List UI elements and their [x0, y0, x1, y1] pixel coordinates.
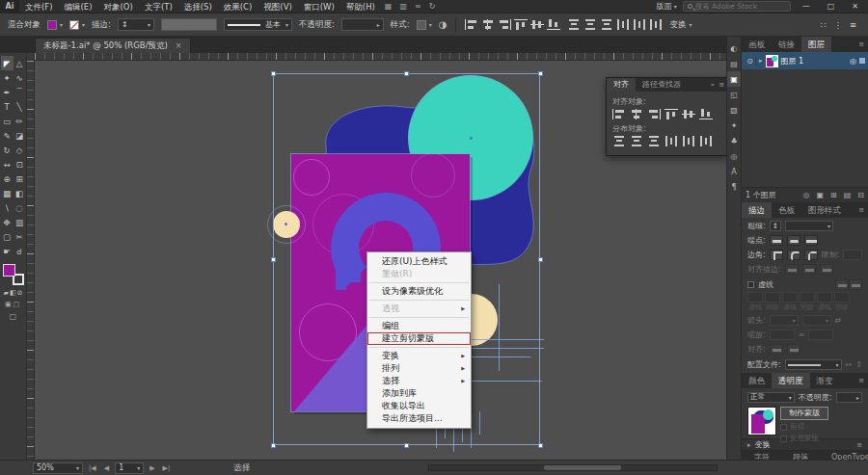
align-vertical-top-icon[interactable] [514, 19, 528, 30]
minimize-button[interactable]: — [797, 2, 816, 11]
brushes-panel-icon[interactable]: ♣ [727, 133, 742, 148]
distribute-bottom-icon[interactable] [600, 19, 613, 30]
distribute-left-icon[interactable] [616, 19, 630, 30]
pen-tool[interactable]: ✒ [1, 85, 14, 99]
eyedropper-tool[interactable]: ∖ [1, 200, 14, 215]
align-dash-button[interactable] [849, 279, 862, 290]
menubar-item[interactable]: 效果(C) [218, 0, 258, 13]
search-input[interactable] [695, 2, 782, 11]
sync-icon[interactable]: ↻ [425, 2, 440, 11]
butt-cap-button[interactable] [770, 235, 783, 246]
selection-handle[interactable] [538, 443, 543, 448]
curvature-tool[interactable]: ⌒ [14, 85, 26, 99]
distribute-right-icon[interactable] [649, 19, 663, 30]
layer-name[interactable]: 图层 1 [781, 56, 848, 66]
restore-button[interactable]: □ [822, 2, 841, 11]
align-horizontal-center-icon[interactable] [630, 109, 643, 119]
context-menu-item[interactable]: 建立剪切蒙版 ▶ [367, 332, 471, 345]
distribute-left-icon[interactable] [665, 136, 678, 146]
context-menu-item[interactable]: 变换 ▶ [367, 350, 471, 362]
stroke-weight-select[interactable]: ▾ [785, 221, 833, 231]
panel-menu-icon[interactable]: ≡ [719, 81, 724, 89]
appearance-panel-icon[interactable]: ◎ [727, 148, 742, 164]
align-horizontal-left-icon[interactable] [612, 109, 626, 119]
scale-start-field[interactable] [770, 330, 795, 340]
align-horizontal-left-icon[interactable] [465, 19, 478, 30]
arrange-documents-icon[interactable]: ▦ [381, 2, 396, 11]
align-vertical-middle-icon[interactable] [682, 109, 695, 119]
menubar-item[interactable]: 对象(O) [98, 0, 139, 13]
context-menu-item[interactable]: 重做(R) ▶ [367, 268, 471, 280]
context-menu-item[interactable]: 导出所选项目... ▶ [367, 412, 471, 425]
previous-artboard-icon[interactable]: ◀ [102, 464, 111, 472]
clip-checkbox[interactable] [780, 424, 787, 431]
horizontal-scrollbar[interactable] [428, 464, 718, 471]
fill-color-dropdown[interactable]: ▾ [47, 20, 63, 30]
next-artboard-icon[interactable]: ▶ [148, 464, 156, 472]
width-profile-select[interactable]: ▾ [785, 359, 842, 370]
align-vertical-top-icon[interactable] [665, 109, 678, 119]
selection-handle[interactable] [404, 443, 409, 448]
context-menu-item[interactable]: 选择 ▶ [367, 375, 471, 387]
distribute-middle-icon[interactable] [583, 19, 597, 30]
locate-object-icon[interactable]: ◎ [802, 191, 809, 199]
selection-handle[interactable] [271, 257, 276, 262]
line-segment-tool[interactable]: ╲ [14, 99, 26, 114]
miter-join-button[interactable] [770, 250, 783, 260]
first-artboard-icon[interactable]: |◀ [87, 464, 98, 472]
menubar-item[interactable]: 窗口(W) [298, 0, 340, 13]
selection-handle[interactable] [538, 71, 543, 76]
target-icon[interactable]: ◎ [850, 57, 856, 66]
round-cap-button[interactable] [787, 235, 800, 246]
panel-menu-icon[interactable]: ≡ [858, 206, 868, 214]
gradient-mode-icon[interactable]: ◧ [10, 289, 16, 297]
artboard-tool[interactable]: ▢ [1, 229, 14, 244]
dots-icon[interactable]: ⋮ [833, 20, 842, 30]
libraries-panel-icon[interactable]: ▤ [727, 56, 742, 71]
blend-mode-select[interactable]: 正常▾ [747, 392, 795, 403]
stroke-weight-field[interactable]: ↕▾ [118, 18, 154, 31]
distribute-middle-icon[interactable] [630, 136, 643, 146]
close-button[interactable]: ✕ [846, 2, 864, 11]
selection-handle[interactable] [404, 71, 409, 76]
color-panel-icon[interactable]: ◐ [727, 40, 742, 56]
last-artboard-icon[interactable]: ▶| [161, 464, 173, 472]
new-layer-icon[interactable]: ▤ [844, 191, 852, 199]
panel-tab[interactable]: 透明度 [772, 373, 810, 388]
delete-layer-icon[interactable]: ⊟ [857, 191, 864, 199]
make-mask-button[interactable]: 制作蒙版 [780, 407, 828, 420]
artboards-panel-icon[interactable]: ◱ [727, 87, 742, 102]
rotate-tool[interactable]: ↻ [1, 143, 14, 157]
flip-along-icon[interactable]: ↔ [846, 360, 853, 369]
preserve-dash-button[interactable] [835, 279, 849, 290]
free-transform-tool[interactable]: ⊡ [14, 157, 26, 172]
selection-handle[interactable] [538, 257, 543, 262]
recolor-artwork-icon[interactable]: ◑ [439, 19, 448, 30]
paintbrush-tool[interactable]: ✏ [14, 114, 26, 128]
panel-tab[interactable]: 颜色 [742, 373, 772, 388]
shape-builder-tool[interactable]: ⊕ [1, 172, 14, 186]
perspective-grid-tool[interactable]: ⊞ [14, 172, 26, 186]
invert-mask-checkbox[interactable] [780, 435, 787, 442]
zoom-level-dropdown[interactable]: 50%▾ [33, 462, 83, 474]
panel-menu-icon[interactable]: ≡ [858, 40, 868, 48]
none-mode-icon[interactable]: ⊘ [17, 289, 23, 297]
stock-search[interactable] [683, 1, 791, 12]
stroke-style-dropdown[interactable]: 基本▾ [224, 18, 292, 31]
menubar-item[interactable]: 选择(S) [178, 0, 218, 13]
color-mode-icon[interactable]: ▰ [4, 289, 9, 297]
opacity-field[interactable]: ▸ [836, 392, 862, 403]
opacity-field[interactable]: ▸ [341, 18, 384, 31]
hand-tool[interactable]: ☛ [1, 244, 14, 258]
panel-tab[interactable]: 路径查找器 [636, 78, 688, 92]
flip-across-icon[interactable]: ↕ [855, 360, 862, 369]
dash-field[interactable] [782, 292, 798, 303]
width-tool[interactable]: ↔ [1, 157, 14, 172]
context-menu-item[interactable]: 还原(U)上色样式 ▶ [367, 255, 471, 268]
lasso-tool[interactable]: ∿ [14, 70, 26, 85]
slice-tool[interactable]: ✂ [14, 229, 26, 244]
zoom-tool[interactable]: ☌ [14, 244, 26, 258]
scale-end-field[interactable] [808, 330, 833, 340]
gap-field[interactable] [834, 292, 850, 303]
fill-stroke-swatches[interactable] [3, 264, 24, 285]
